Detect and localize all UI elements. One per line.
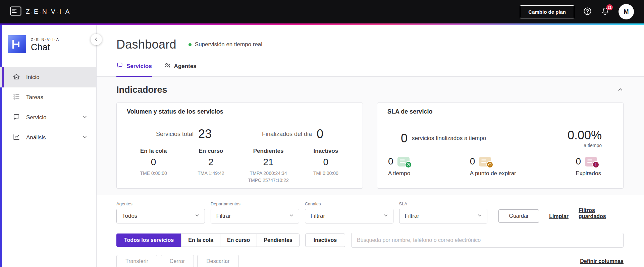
live-status-label: Supervisión en tiempo real [195,41,262,48]
finished-today-value: 0 [317,127,323,141]
sla-stat-expired: 0 ! Expirados [576,156,601,177]
chevron-down-icon [383,213,388,220]
sla-finished-on-time: 0 servicios finalizados a tiempo [401,128,486,148]
bulk-actions-row: Transferir Cerrar Descartar Definir colu… [97,248,644,267]
chart-icon [13,133,20,142]
sidebar-item-label: Análisis [26,134,46,141]
tab-label: Servicios [126,63,152,70]
sla-card: SLA de servicio 0 servicios finalizados … [377,103,624,189]
filter-departamentos: Departamentos Filtrar [211,201,299,223]
sidebar-item-servicio[interactable]: Servicio [0,108,96,128]
notification-badge: 21 [606,4,613,10]
service-tab-pendientes[interactable]: Pendientes [257,233,299,247]
sla-stat-on-time: 0 A tiempo [388,156,410,177]
sidebar-item-analisis[interactable]: Análisis [0,128,96,148]
volume-card: Volumen y status de los servicios Servic… [116,103,363,189]
service-tabs-group: Todos los servicios En la cola En curso … [116,233,300,247]
chevron-up-icon [617,86,624,94]
home-icon [13,73,20,82]
product-logo: Z·E·N·V·I·A Chat [0,25,96,59]
service-tab-todos[interactable]: Todos los servicios [116,233,181,247]
sidebar-item-label: Tareas [26,94,43,101]
chevron-down-icon [82,114,88,121]
chevron-down-icon [82,134,88,141]
filter-sla: SLA Filtrar [399,201,488,223]
define-columns-link[interactable]: Definir columnas [580,258,624,264]
zenvia-logo-icon [10,6,21,17]
bubble-alarm-orange-icon [479,157,491,166]
indicators-heading: Indicadores [116,85,167,95]
sidebar-item-label: Servicio [26,114,46,121]
chevron-left-icon [94,37,99,43]
service-tab-en-la-cola[interactable]: En la cola [181,233,220,247]
main-content: Dashboard Supervisión en tiempo real Ser… [97,25,644,267]
logo-brand-text: Z·E·N·V·I·A [31,38,60,42]
live-status-dot-icon [189,43,192,46]
brand: Z·E·N·V·I·A [10,6,70,17]
clear-filters-link[interactable]: Limpiar [549,213,569,219]
transfer-button[interactable]: Transferir [116,255,157,267]
people-icon [164,62,171,70]
avatar[interactable]: M [619,4,634,19]
canales-dropdown[interactable]: Filtrar [305,209,393,223]
tasks-icon [13,93,20,102]
stat-inactivos: Inactivos 0 TMI 0:00:00 [297,148,355,184]
saved-filters-link[interactable]: Filtros guardados [579,207,624,219]
stat-en-curso: En curso 2 TMA 1:49:42 [182,148,239,184]
filter-agentes: Agentes Todos [116,201,205,223]
search-input[interactable] [351,233,624,248]
notifications-button[interactable]: 21 [601,7,610,17]
chevron-down-icon [477,213,482,220]
sidebar-collapse-button[interactable] [91,34,102,45]
logo-product-text: Chat [31,42,60,53]
tab-servicios[interactable]: Servicios [116,62,152,77]
topbar: Z·E·N·V·I·A Cambio de plan 21 M [0,0,644,23]
zenvia-chat-logo-icon [8,35,26,55]
sla-card-title: SLA de servicio [377,103,623,120]
dashboard-tabs: Servicios Agentes [97,52,644,77]
filter-canales: Canales Filtrar [305,201,393,223]
sla-stat-expiring: 0 A punto de expirar [470,156,516,177]
stat-en-la-cola: En la cola 0 TME 0:00:00 [125,148,182,184]
sidebar-menu: Inicio Tareas Servicio [0,67,96,148]
collapse-indicators-button[interactable] [617,86,624,94]
chat-icon [116,62,123,70]
save-filters-button[interactable]: Guardar [498,209,539,223]
services-total-value: 23 [198,127,212,141]
chevron-down-icon [195,213,200,220]
service-tab-en-curso[interactable]: En curso [220,233,257,247]
service-tabs-row: Todos los servicios En la cola En curso … [97,223,644,248]
finished-today: Finalizados del dia 0 [262,127,323,141]
help-button[interactable] [583,7,592,17]
volume-card-title: Volumen y status de los servicios [117,103,363,120]
sidebar-item-tareas[interactable]: Tareas [0,87,96,108]
departamentos-dropdown[interactable]: Filtrar [211,209,299,223]
brand-name: Z·E·N·V·I·A [26,8,70,15]
agentes-dropdown[interactable]: Todos [116,209,205,223]
close-button[interactable]: Cerrar [161,255,194,267]
stat-pendientes: Pendientes 21 TMPA 2060:24:34 TMPC 25747… [240,148,297,184]
sla-percent: 0.00% a tiempo [568,128,602,148]
sla-dropdown[interactable]: Filtrar [399,209,488,223]
filters-row: Agentes Todos Departamentos Filtrar Cana… [97,195,644,223]
tab-agentes[interactable]: Agentes [164,62,197,77]
service-tab-inactivos[interactable]: Inactivos [305,233,345,247]
page-title: Dashboard [116,37,176,52]
sidebar-item-inicio[interactable]: Inicio [0,67,96,87]
chat-icon [13,113,20,122]
chevron-down-icon [289,213,294,220]
indicators-section: Indicadores Volumen y status de los serv… [97,77,644,195]
change-plan-button[interactable]: Cambio de plan [520,5,574,18]
sidebar: Z·E·N·V·I·A Chat Inicio Tareas [0,25,97,267]
live-status: Supervisión en tiempo real [189,41,262,48]
help-icon [583,7,592,17]
bubble-clock-green-icon [397,157,410,166]
tab-label: Agentes [174,63,197,70]
sidebar-item-label: Inicio [26,74,40,81]
services-total: Servicios total 23 [156,127,212,141]
discard-button[interactable]: Descartar [197,255,238,267]
bubble-alert-red-icon: ! [585,157,597,166]
